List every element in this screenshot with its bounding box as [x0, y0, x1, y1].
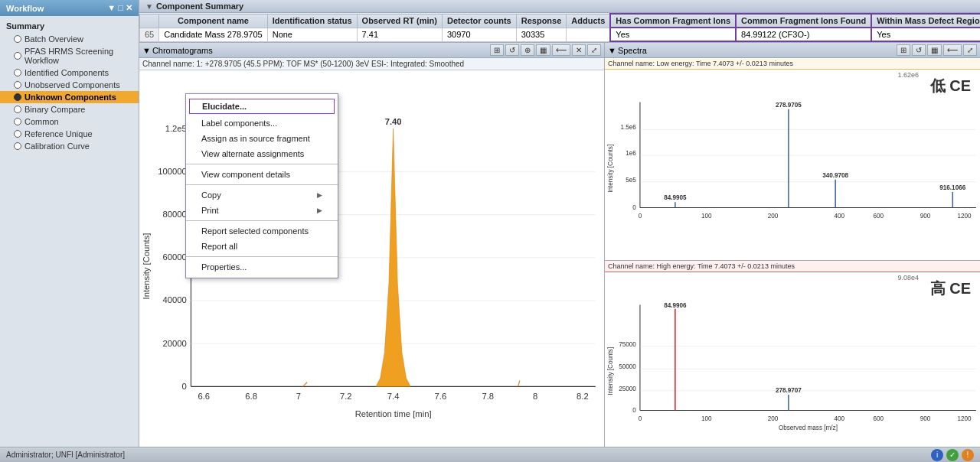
toolbar-btn-expand[interactable]: ⤢: [587, 44, 601, 56]
toolbar-btn-4[interactable]: ▦: [536, 44, 550, 56]
spectra-toolbar-btn-2[interactable]: ↺: [912, 44, 926, 56]
context-menu-copy[interactable]: Copy ▶: [186, 187, 338, 203]
context-menu-view-details[interactable]: View component details: [186, 167, 338, 182]
toolbar-btn-2[interactable]: ↺: [505, 44, 519, 56]
chrom-panel-arrow: ▼: [142, 46, 151, 55]
svg-text:7.8: 7.8: [482, 392, 494, 401]
col-component-name: Component name: [159, 14, 267, 28]
low-ce-max-intensity: 1.62e6: [897, 71, 919, 79]
cell-detector-counts: 30970: [443, 28, 517, 41]
sidebar-label-pfas: PFAS HRMS Screening Workflow: [24, 47, 132, 65]
low-ce-chart-area: 低 CE 1.62e6 0 5e5 1e6 1.5e6 In: [605, 70, 980, 260]
status-icon-info: i: [931, 449, 943, 461]
sidebar-item-binary-compare[interactable]: Binary Compare: [0, 103, 139, 116]
svg-text:0: 0: [632, 407, 636, 414]
spectra-panel: ▼ Spectra ⊞ ↺ ▦ ⟵ ⤢ Channel name: Low en…: [605, 43, 980, 462]
sidebar-item-unobserved[interactable]: Unobserved Components: [0, 79, 139, 91]
cell-response: 30335: [516, 28, 567, 41]
context-menu-report-selected[interactable]: Report selected components: [186, 223, 338, 239]
context-menu-print[interactable]: Print ▶: [186, 203, 338, 218]
status-text: Administrator; UNFI [Administrator]: [6, 451, 125, 459]
sidebar-label-binary: Binary Compare: [24, 105, 85, 114]
context-menu-view-alternate[interactable]: View alternate assignments: [186, 146, 338, 161]
sidebar-item-batch-overview[interactable]: Batch Overview: [0, 33, 139, 45]
sidebar-header-icon: ▼ □ ✕: [107, 3, 132, 13]
toolbar-btn-5[interactable]: ⟵: [552, 44, 570, 56]
svg-text:5e5: 5e5: [626, 177, 636, 184]
svg-text:100: 100: [701, 213, 712, 220]
toolbar-btn-3[interactable]: ⊕: [521, 44, 534, 56]
svg-text:Intensity [Counts]: Intensity [Counts]: [142, 233, 151, 300]
radio-unknown: [14, 93, 21, 101]
svg-text:7.40: 7.40: [385, 117, 402, 126]
context-menu-properties[interactable]: Properties...: [186, 259, 338, 275]
high-ce-panel: Channel name: High energy: Time 7.4073 +…: [605, 261, 980, 463]
spectra-toolbar-btn-4[interactable]: ⟵: [943, 44, 962, 56]
radio-identified: [14, 69, 21, 76]
spectra-toolbar-btn-1[interactable]: ⊞: [897, 44, 910, 56]
context-view-alternate-label: View alternate assignments: [201, 149, 304, 158]
svg-text:0: 0: [182, 382, 187, 391]
svg-text:25000: 25000: [619, 385, 636, 392]
svg-text:900: 900: [920, 213, 931, 220]
svg-text:75000: 75000: [619, 340, 636, 347]
svg-text:84.9906: 84.9906: [664, 301, 687, 308]
radio-unobserved: [14, 81, 21, 89]
sidebar-item-common[interactable]: Common: [0, 116, 139, 128]
sidebar-label-common: Common: [24, 117, 59, 126]
radio-calibration: [14, 142, 21, 150]
col-has-common-fragment: Has Common Fragment Ions: [610, 14, 736, 28]
component-summary-titlebar: ▼ Component Summary: [139, 0, 980, 13]
svg-text:1.5e6: 1.5e6: [620, 124, 636, 131]
spectra-toolbar-btn-expand[interactable]: ⤢: [963, 44, 977, 56]
sidebar-item-unknown[interactable]: Unknown Components: [0, 91, 139, 103]
sidebar-label-calibration: Calibration Curve: [24, 142, 90, 151]
spectra-toolbar-btn-3[interactable]: ▦: [927, 44, 942, 56]
toolbar-btn-6[interactable]: ✕: [572, 44, 586, 56]
sidebar-item-pfas-hrms[interactable]: PFAS HRMS Screening Workflow: [0, 45, 139, 67]
spectra-toolbar: ▼ Spectra ⊞ ↺ ▦ ⟵ ⤢: [605, 43, 980, 58]
context-menu-elucidate[interactable]: Elucidate...: [189, 99, 335, 114]
svg-text:7: 7: [296, 392, 301, 401]
high-ce-svg: 0 25000 50000 75000 Intensity [Counts] 0…: [605, 272, 980, 463]
svg-text:8.2: 8.2: [577, 392, 589, 401]
col-detector-counts: Detector counts: [443, 14, 517, 28]
table-row[interactable]: 65 Candidate Mass 278.9705 None 7.41 309…: [140, 28, 981, 41]
sidebar-section-summary: Summary: [0, 19, 139, 33]
status-icon-ok: ✓: [946, 449, 959, 461]
context-copy-label: Copy: [201, 190, 221, 200]
svg-text:400: 400: [834, 213, 844, 220]
svg-text:0: 0: [639, 213, 642, 220]
svg-text:0: 0: [632, 204, 636, 211]
context-report-selected-label: Report selected components: [201, 226, 309, 236]
status-icon-warning: !: [962, 449, 974, 461]
sidebar-label-identified: Identified Components: [24, 68, 109, 77]
radio-batch-overview: [14, 35, 21, 43]
separator-2: [186, 184, 338, 185]
svg-text:60000: 60000: [163, 252, 187, 262]
col-common-fragment-found: Common Fragment Ions Found: [736, 14, 871, 28]
svg-text:278.9707: 278.9707: [776, 386, 802, 393]
spectra-title: Spectra: [618, 46, 647, 55]
sidebar-item-reference-unique[interactable]: Reference Unique: [0, 128, 139, 140]
cell-within-mass-defect: Yes: [871, 28, 980, 41]
low-ce-channel-name: Channel name: Low energy: Time 7.4073 +/…: [605, 58, 980, 70]
svg-text:1200: 1200: [958, 415, 972, 421]
context-menu-report-all[interactable]: Report all: [186, 239, 338, 254]
sidebar-label-batch-overview: Batch Overview: [24, 34, 83, 44]
context-menu-assign-source[interactable]: Assign as in source fragment: [186, 131, 338, 146]
svg-text:80000: 80000: [163, 210, 187, 219]
toolbar-btn-1[interactable]: ⊞: [490, 44, 504, 56]
sidebar-item-identified[interactable]: Identified Components: [0, 67, 139, 79]
context-properties-label: Properties...: [201, 262, 247, 272]
context-menu-label-components[interactable]: Label components...: [186, 116, 338, 131]
cell-component-name: Candidate Mass 278.9705: [159, 28, 267, 41]
sidebar-item-calibration[interactable]: Calibration Curve: [0, 140, 139, 152]
svg-text:6.6: 6.6: [198, 392, 210, 401]
svg-text:7.6: 7.6: [435, 392, 447, 401]
spectra-panel-arrow: ▼: [608, 46, 616, 55]
svg-text:900: 900: [920, 415, 931, 421]
svg-line-27: [303, 382, 308, 387]
svg-text:84.9905: 84.9905: [664, 194, 687, 201]
context-assign-source-label: Assign as in source fragment: [201, 134, 310, 143]
